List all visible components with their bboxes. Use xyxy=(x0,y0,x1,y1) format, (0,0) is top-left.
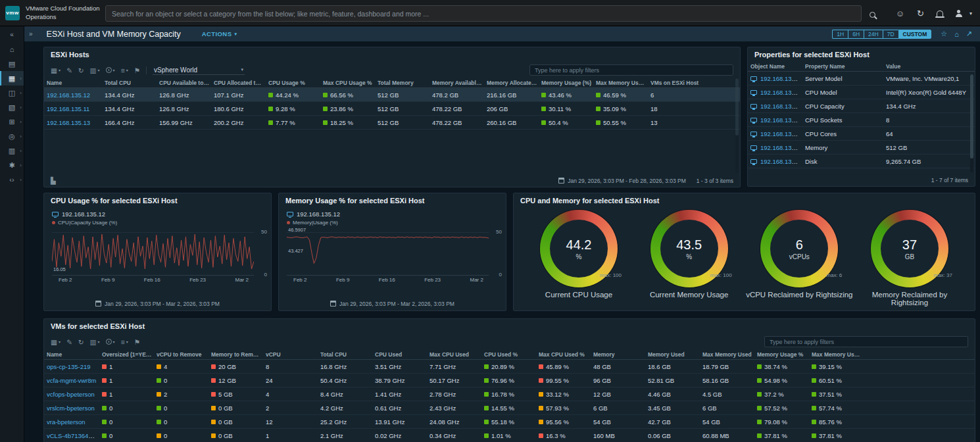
card-view-icon[interactable]: ▥▾ xyxy=(90,338,100,346)
time-range-6h[interactable]: 6H xyxy=(848,30,864,39)
column-header[interactable]: Memory Available to VMs xyxy=(432,80,487,86)
column-header[interactable]: Property Name xyxy=(805,63,886,70)
object-link[interactable]: 192.168.135.12 xyxy=(47,91,90,99)
edit-icon[interactable]: ✎ xyxy=(66,66,72,74)
column-header[interactable]: Object Name xyxy=(750,63,805,70)
sidebar-item-applications[interactable]: ⊞› xyxy=(0,114,24,129)
gauge-vcpu-reclaimed-by-rightsizing[interactable]: 6vCPUsmax: 6vCPU Reclaimed by Rightsizin… xyxy=(745,210,854,307)
gauge-current-cpu-usage[interactable]: 44.2%max: 100Current CPU Usage xyxy=(524,210,633,307)
table-row[interactable]: 192.168.135.13166.4 GHz156.99 GHz200.2 G… xyxy=(44,116,740,130)
column-header[interactable]: Memory Used xyxy=(648,351,702,358)
gauge-current-memory-usage[interactable]: 43.5%max: 100Current Memory Usage xyxy=(635,210,744,307)
sidebar-item-alerts[interactable]: ◎› xyxy=(0,129,24,143)
column-header[interactable]: Value xyxy=(886,63,972,70)
chart-view-toggle-icon[interactable]: ▙ xyxy=(51,177,56,184)
cpu-line-chart[interactable]: 50016.05 xyxy=(52,228,254,276)
object-link[interactable]: vcfa-mgmt-vwr8m xyxy=(47,377,96,384)
table-row[interactable]: 192.168.135.12CPU ModelIntel(R) Xeon(R) … xyxy=(748,86,975,99)
table-row[interactable]: vcfa-mgmt-vwr8m1012 GB2450.4 GHz38.79 GH… xyxy=(44,374,975,387)
vmware-logo[interactable]: vmw xyxy=(5,6,20,20)
sidebar-item-home[interactable]: ⌂ xyxy=(0,42,24,57)
object-link[interactable]: vrslcm-bpeterson xyxy=(47,405,95,412)
column-header[interactable]: Max Memory Used % xyxy=(812,351,866,358)
panel-expand-icon[interactable]: » xyxy=(29,30,33,37)
sidebar-collapse-icon[interactable]: « xyxy=(0,26,24,42)
time-icon[interactable]: ▾ xyxy=(106,67,115,73)
chart-legend[interactable]: 192.168.135.12 xyxy=(279,208,506,218)
list-view-icon[interactable]: ≡▾ xyxy=(121,338,128,346)
table-row[interactable]: 192.168.135.12134.4 GHz126.8 GHz107.1 GH… xyxy=(44,88,740,102)
column-header[interactable]: Max Memory Used xyxy=(702,351,757,358)
column-header[interactable]: Max CPU Used % xyxy=(539,351,593,358)
chart-footer[interactable]: Jan 29, 2026, 3:03 PM - Mar 2, 2026, 3:0… xyxy=(279,301,506,307)
tag-icon[interactable]: ⚑ xyxy=(134,66,140,74)
list-view-icon[interactable]: ≡▾ xyxy=(121,66,128,74)
column-header[interactable]: Oversized (1=YES | 0=NO) xyxy=(102,351,157,358)
column-header[interactable]: CPU Usage % xyxy=(268,80,323,86)
time-range-custom[interactable]: CUSTOM xyxy=(898,30,932,39)
sidebar-item-reports[interactable]: ▤ xyxy=(0,57,24,71)
table-row[interactable]: vCLS-4b713642-caa...000 GB12.1 GHz0.02 G… xyxy=(44,429,975,442)
table-row[interactable]: ops-cp-135-2191420 GB816.8 GHz3.51 GHz7.… xyxy=(44,360,975,374)
object-link[interactable]: ops-cp-135-219 xyxy=(47,363,91,370)
column-header[interactable]: vCPU to Remove xyxy=(157,351,211,358)
table-row[interactable]: 192.168.135.11134.4 GHz126.8 GHz180.6 GH… xyxy=(44,102,740,116)
object-link[interactable]: 192.168.135.12 xyxy=(760,116,804,124)
column-header[interactable]: CPU Used xyxy=(375,351,429,358)
column-header[interactable]: CPU Used % xyxy=(484,351,539,358)
column-header[interactable]: Max Memory Usage % xyxy=(596,80,650,86)
column-header[interactable]: Total CPU xyxy=(105,80,159,86)
object-link[interactable]: 192.168.135.12 xyxy=(760,103,804,110)
tag-icon[interactable]: ⚑ xyxy=(134,338,140,346)
column-header[interactable]: CPU Allocated to VMs xyxy=(214,80,268,86)
column-header[interactable]: Total CPU xyxy=(320,351,375,358)
sidebar-item-capacity[interactable]: ▧› xyxy=(0,100,24,114)
card-view-icon[interactable]: ▥▾ xyxy=(90,66,100,74)
sidebar-item-administration[interactable]: ▥› xyxy=(0,143,24,158)
scope-selector[interactable]: vSphere World▾ xyxy=(153,66,245,75)
time-range-7d[interactable]: 7D xyxy=(883,30,898,39)
user-menu-icon[interactable] xyxy=(956,10,962,16)
view-selector-icon[interactable]: ▦▾ xyxy=(51,338,61,346)
table-row[interactable]: vra-bpeterson000 GB1225.2 GHz13.91 GHz24… xyxy=(44,415,975,429)
table-row[interactable]: 192.168.135.12CPU Capacity134.4 GHz xyxy=(748,99,975,113)
object-link[interactable]: vCLS-4b713642-caa... xyxy=(47,432,102,439)
scrollbar[interactable] xyxy=(970,74,973,172)
time-range-1h[interactable]: 1H xyxy=(832,30,848,39)
column-header[interactable]: Memory xyxy=(593,351,648,358)
object-link[interactable]: 192.168.135.12 xyxy=(760,75,804,82)
vms-filter-input[interactable] xyxy=(764,336,968,347)
column-header[interactable]: Name xyxy=(47,351,102,358)
sidebar-item-automation[interactable]: ✱› xyxy=(0,158,24,172)
edit-icon[interactable]: ✎ xyxy=(66,338,72,346)
scrollbar[interactable] xyxy=(735,78,739,173)
object-link[interactable]: 192.168.135.12 xyxy=(760,130,804,137)
object-link[interactable]: 192.168.135.12 xyxy=(760,158,804,165)
esxi-filter-input[interactable] xyxy=(529,64,733,76)
feedback-icon[interactable]: ☺ xyxy=(896,9,904,18)
table-row[interactable]: 192.168.135.12CPU Sockets8 xyxy=(748,113,975,127)
actions-menu[interactable]: ACTIONS▾ xyxy=(202,30,237,37)
column-header[interactable]: Max CPU Usage % xyxy=(323,80,378,86)
table-row[interactable]: 192.168.135.12Disk9,265.74 GB xyxy=(748,155,975,168)
table-row[interactable]: 192.168.135.12CPU Cores64 xyxy=(748,127,975,141)
column-header[interactable]: Memory to Remove xyxy=(211,351,266,358)
sidebar-item-dashboards[interactable]: ▦› xyxy=(0,71,24,86)
table-row[interactable]: vcfops-bpeterson125 GB48.4 GHz1.41 GHz2.… xyxy=(44,387,975,401)
object-link[interactable]: 192.168.135.13 xyxy=(47,119,90,126)
table-row[interactable]: 192.168.135.12Memory512 GB xyxy=(748,141,975,155)
object-link[interactable]: vra-bpeterson xyxy=(47,418,86,426)
object-link[interactable]: 192.168.135.11 xyxy=(47,105,89,112)
column-header[interactable]: Total Memory xyxy=(378,80,432,86)
column-header[interactable]: VMs on ESXi Host xyxy=(650,80,705,86)
column-header[interactable]: Memory Allocated to VMs xyxy=(487,80,541,86)
chevron-down-icon[interactable]: ▾ xyxy=(969,11,972,16)
column-header[interactable]: Max CPU Used xyxy=(429,351,484,358)
date-range[interactable]: Jan 29, 2026, 3:03 PM - Feb 28, 2026, 3:… xyxy=(558,178,686,184)
refresh-icon[interactable]: ↻ xyxy=(78,66,84,74)
chart-legend[interactable]: 192.168.135.12 xyxy=(44,208,271,218)
column-header[interactable]: vCPU xyxy=(266,351,320,358)
global-search-input[interactable] xyxy=(112,10,855,18)
object-link[interactable]: 192.168.135.12 xyxy=(760,144,804,151)
object-link[interactable]: vcfops-bpeterson xyxy=(47,391,95,398)
